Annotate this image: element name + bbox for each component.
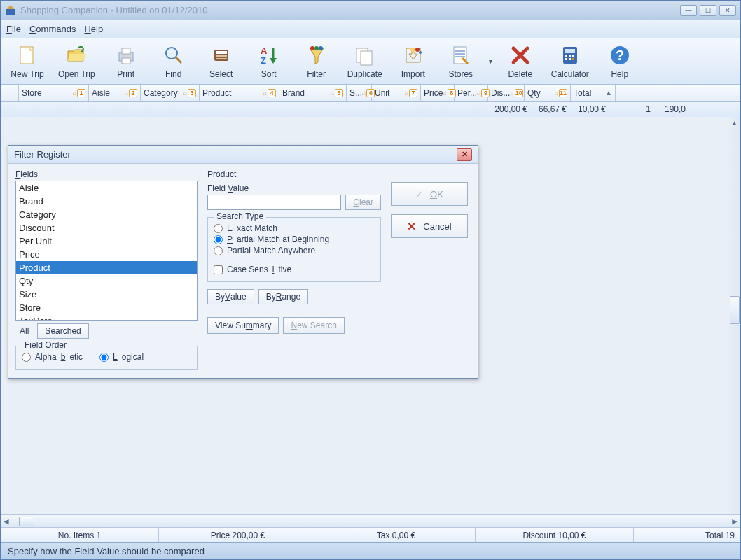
field-item-store[interactable]: Store <box>16 301 197 314</box>
by-value-tab[interactable]: By Value <box>207 289 254 304</box>
select-icon <box>210 44 233 66</box>
row-selector-header[interactable] <box>1 85 19 101</box>
data-row[interactable]: 200,00 € 66,67 € 10,00 € 1 190,0 <box>1 102 740 117</box>
search-exact[interactable]: Exact Match <box>214 223 375 233</box>
home-icon: ⌂ <box>443 90 446 97</box>
menu-help[interactable]: Help <box>84 24 103 34</box>
tool-print[interactable]: Print <box>105 41 147 83</box>
maximize-button[interactable]: ☐ <box>700 5 716 16</box>
scroll-up-arrow[interactable]: ▲ <box>728 117 740 128</box>
tool-filter[interactable]: Filter <box>296 41 338 83</box>
field-item-discount[interactable]: Discount <box>16 221 197 234</box>
new-search-button[interactable]: New Search <box>283 317 344 334</box>
import-icon <box>402 44 424 66</box>
svg-rect-3 <box>122 48 130 54</box>
column-store[interactable]: Store⌂1 <box>19 85 89 101</box>
horizontal-scrollbar[interactable]: ◄ ► <box>1 514 740 527</box>
close-button[interactable]: ✕ <box>719 5 736 16</box>
svg-rect-9 <box>216 55 227 57</box>
scroll-h-thumb[interactable] <box>19 517 34 526</box>
scroll-thumb[interactable] <box>730 296 740 324</box>
svg-rect-18 <box>361 51 372 65</box>
svg-rect-10 <box>216 58 227 59</box>
field-item-category[interactable]: Category <box>16 208 197 221</box>
svg-text:?: ? <box>616 48 624 63</box>
field-order-alphabetic[interactable]: Alphabetic <box>22 352 83 362</box>
titlebar: Shopping Companion - Untitled on 01/12/2… <box>1 1 740 20</box>
clear-button[interactable]: Clear <box>345 195 381 210</box>
tool-label: Stores <box>448 69 473 79</box>
ok-button[interactable]: ✓ OK <box>391 182 468 206</box>
column-brand[interactable]: Brand⌂5 <box>279 85 347 101</box>
field-value-label: Field Value <box>207 183 381 193</box>
calculator-icon <box>559 44 581 66</box>
menu-commands[interactable]: Commands <box>29 24 76 34</box>
field-item-taxrate[interactable]: TaxRate <box>16 314 197 321</box>
field-item-brand[interactable]: Brand <box>16 195 197 208</box>
tool-new-trip[interactable]: New Trip <box>6 41 48 83</box>
stores-dropdown-arrow[interactable]: ▾ <box>487 57 494 65</box>
home-icon: ⌂ <box>510 90 513 97</box>
menu-file[interactable]: File <box>6 24 21 34</box>
dialog-close-button[interactable]: ✕ <box>457 148 472 161</box>
home-icon: ⌂ <box>73 90 76 97</box>
vertical-scrollbar[interactable]: ▲ <box>728 117 740 514</box>
field-value-input[interactable] <box>207 195 341 210</box>
tool-label: Open Trip <box>58 69 95 79</box>
field-item-aisle[interactable]: Aisle <box>16 181 197 195</box>
tool-delete[interactable]: Delete <box>499 41 541 83</box>
summary-items: No. Items 1 <box>1 528 159 542</box>
column-unit[interactable]: Unit⌂7 <box>372 85 421 101</box>
tool-find[interactable]: Find <box>153 41 195 83</box>
svg-rect-4 <box>122 58 130 64</box>
column-dis[interactable]: Dis...⌂10 <box>488 85 525 101</box>
new-trip-icon <box>16 44 39 66</box>
dialog-titlebar[interactable]: Filter Register ✕ <box>8 146 478 164</box>
column-s[interactable]: S...⌂6 <box>347 85 372 101</box>
tool-label: Select <box>209 69 233 79</box>
all-button[interactable]: All <box>15 323 33 339</box>
field-item-product[interactable]: Product <box>16 261 197 274</box>
tool-import[interactable]: Import <box>392 41 434 83</box>
svg-rect-0 <box>6 9 15 15</box>
field-item-qty[interactable]: Qty <box>16 274 197 288</box>
grid-area: ▲ Filter Register ✕ Fields AisleBrandCat… <box>1 117 740 514</box>
search-partial-any[interactable]: Partial Match Anywhere <box>214 246 375 255</box>
minimize-button[interactable]: — <box>680 5 697 16</box>
cancel-button[interactable]: ✕ Cancel <box>391 214 468 238</box>
help-icon: ? <box>609 44 631 66</box>
column-aisle[interactable]: Aisle⌂2 <box>89 85 141 101</box>
fields-listbox[interactable]: AisleBrandCategoryDiscountPer UnitPriceP… <box>15 181 198 321</box>
search-partial-begin[interactable]: Partial Match at Beginning <box>214 234 375 244</box>
tool-label: Duplicate <box>347 69 382 79</box>
column-per[interactable]: Per...⌂9 <box>455 85 488 101</box>
tool-calculator[interactable]: Calculator <box>547 41 593 83</box>
field-order-logical[interactable]: Logical <box>99 352 144 362</box>
column-product[interactable]: Product⌂4 <box>200 85 279 101</box>
tool-sort[interactable]: AZSort <box>248 41 290 83</box>
column-headers: Store⌂1Aisle⌂2Category⌂3Product⌂4Brand⌂5… <box>1 85 740 102</box>
filter-register-dialog: Filter Register ✕ Fields AisleBrandCateg… <box>8 145 478 379</box>
searched-button[interactable]: Searched <box>37 323 88 339</box>
tool-stores[interactable]: Stores <box>440 41 482 83</box>
scroll-right-arrow[interactable]: ► <box>729 516 740 527</box>
tool-duplicate[interactable]: Duplicate <box>343 41 387 83</box>
view-summary-button[interactable]: View Summary <box>207 317 279 334</box>
tool-help[interactable]: ?Help <box>599 41 641 83</box>
column-qty[interactable]: Qty⌂11 <box>525 85 571 101</box>
summary-row: No. Items 1 Price 200,00 € Tax 0,00 € Di… <box>1 527 740 542</box>
by-range-tab[interactable]: By Range <box>258 289 308 304</box>
column-category[interactable]: Category⌂3 <box>141 85 200 101</box>
tool-select[interactable]: Select <box>200 41 242 83</box>
field-item-size[interactable]: Size <box>16 288 197 301</box>
field-item-perunit[interactable]: Per Unit <box>16 234 197 248</box>
field-item-price[interactable]: Price <box>16 248 197 261</box>
svg-rect-26 <box>565 49 575 53</box>
toolbar: New TripOpen TripPrintFindSelectAZSortFi… <box>1 38 740 85</box>
scroll-left-arrow[interactable]: ◄ <box>1 516 12 527</box>
column-total[interactable]: Total▲ <box>571 85 616 101</box>
column-price[interactable]: Price⌂8 <box>421 85 455 101</box>
svg-rect-8 <box>216 51 227 54</box>
case-sensitive-check[interactable]: Case Sensitive <box>214 265 375 274</box>
tool-open-trip[interactable]: Open Trip <box>54 41 99 83</box>
